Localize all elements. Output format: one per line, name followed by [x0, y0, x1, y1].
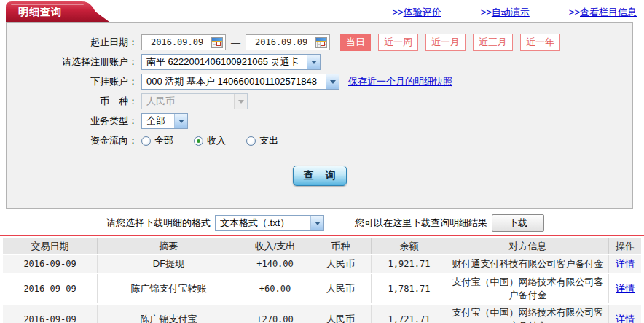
cell-summary: DF提现	[98, 255, 240, 273]
detail-link[interactable]: 详情	[616, 314, 635, 323]
start-date-value: 2016.09.09	[151, 37, 203, 47]
cell-summary: 陈广锦支付宝转账	[98, 274, 240, 303]
flow-radio-all-label: 全部	[154, 134, 173, 147]
radio-icon[interactable]	[246, 136, 256, 146]
red-divider	[0, 235, 644, 236]
query-button[interactable]: 查 询	[293, 166, 347, 186]
cell-currency: 人民币	[310, 305, 372, 323]
page-title: 明细查询	[18, 6, 62, 17]
sub-account-row: 下挂账户： 000 活期 基本户 1406600101102571848 保存近…	[7, 73, 632, 90]
period-button-last-3-months[interactable]: 近三月	[473, 34, 513, 51]
download-format-select[interactable]: 文本格式（.txt）	[215, 215, 324, 231]
table-header-row: 交易日期 摘要 收入/支出 币种 余额 对方信息 操作	[3, 238, 641, 254]
biz-type-select[interactable]: 全部	[141, 113, 188, 129]
biz-type-value: 全部	[142, 114, 170, 128]
header-balance: 余额	[372, 238, 447, 254]
cell-currency: 人民币	[310, 255, 372, 273]
date-range-row: 起止日期： 2016.09.09 — 2016.09.09 当日 近一周 近一月…	[7, 34, 632, 51]
currency-select-disabled: 人民币	[141, 93, 248, 109]
date-separator: —	[231, 37, 240, 48]
query-button-row: 查 询	[7, 166, 632, 186]
cell-balance: 1,921.71	[372, 255, 447, 273]
sub-account-select[interactable]: 000 活期 基本户 1406600101102571848	[141, 74, 339, 90]
header-counterparty: 对方信息	[447, 238, 609, 254]
radio-icon[interactable]	[141, 136, 151, 146]
link-prefix: >>	[392, 7, 403, 17]
sub-account-value: 000 活期 基本户 1406600101102571848	[142, 75, 321, 88]
register-account-label: 请选择注册账户：	[7, 55, 138, 69]
end-date-value: 2016.09.09	[255, 37, 307, 47]
download-row: 请您选择下载明细的格式 文本格式（.txt） 您可以在这里下载查询明细结果 下载	[0, 214, 644, 233]
currency-row: 币 种： 人民币	[7, 93, 632, 110]
start-date-input[interactable]: 2016.09.09	[141, 34, 226, 50]
link-prefix: >>	[481, 7, 492, 17]
flow-radio-income-label: 收入	[207, 134, 226, 147]
header-amount: 收入/支出	[240, 238, 310, 254]
link-prefix: >>	[569, 7, 580, 17]
chevron-down-icon[interactable]	[310, 216, 323, 230]
flow-radio-all[interactable]: 全部	[141, 134, 173, 147]
header-summary: 摘要	[98, 238, 240, 254]
link-view-column-info[interactable]: >>查看栏目信息	[569, 6, 637, 19]
calendar-icon[interactable]	[315, 37, 327, 48]
register-account-select[interactable]: 南平 6222001406100921065 灵通卡	[141, 54, 321, 70]
table-row: 2016-09-09 陈广锦支付宝 +270.00 人民币 1,721.71 支…	[3, 305, 641, 323]
cell-counterparty: 支付宝（中国）网络技术有限公司客户备付金	[447, 274, 609, 303]
cell-amount: +60.00	[240, 274, 310, 303]
table-row: 2016-09-09 DF提现 +140.00 人民币 1,921.71 财付通…	[3, 255, 641, 273]
flow-row: 资金流向： 全部 收入 支出	[7, 132, 632, 149]
period-button-last-month[interactable]: 近一月	[425, 34, 466, 51]
sub-account-label: 下挂账户：	[7, 75, 138, 88]
biz-type-row: 业务类型： 全部	[7, 112, 632, 130]
flow-radio-expense[interactable]: 支出	[246, 134, 278, 147]
biz-type-label: 业务类型：	[7, 114, 138, 128]
table-row: 2016-09-09 陈广锦支付宝转账 +60.00 人民币 1,781.71 …	[3, 274, 641, 303]
top-links: >>体验评价 >>自动演示 >>查看栏目信息	[353, 6, 637, 19]
radio-checked-icon[interactable]	[194, 136, 203, 146]
detail-link[interactable]: 详情	[616, 283, 635, 294]
cell-date: 2016-09-09	[3, 305, 98, 323]
cell-counterparty: 财付通支付科技有限公司客户备付金	[447, 255, 609, 273]
download-button[interactable]: 下载	[492, 214, 544, 232]
cell-date: 2016-09-09	[3, 255, 98, 273]
chevron-down-icon	[234, 94, 247, 109]
flow-radio-income[interactable]: 收入	[194, 134, 226, 147]
currency-label: 币 种：	[7, 95, 138, 108]
header-currency: 币种	[310, 238, 372, 254]
register-account-row: 请选择注册账户： 南平 6222001406100921065 灵通卡	[7, 53, 632, 71]
cell-counterparty: 支付宝（中国）网络技术有限公司客户备付金	[447, 305, 609, 323]
period-button-today[interactable]: 当日	[340, 34, 371, 51]
query-form-panel: 起止日期： 2016.09.09 — 2016.09.09 当日 近一周 近一月…	[6, 22, 633, 209]
download-hint: 您可以在这里下载查询明细结果	[355, 217, 487, 230]
chevron-down-icon[interactable]	[307, 55, 320, 69]
header-action: 操作	[609, 238, 641, 254]
end-date-input[interactable]: 2016.09.09	[246, 34, 330, 50]
transaction-table: 交易日期 摘要 收入/支出 币种 余额 对方信息 操作 2016-09-09 D…	[3, 237, 641, 323]
page-tab: 明细查询	[6, 1, 109, 22]
cell-balance: 1,781.71	[372, 274, 447, 303]
cell-balance: 1,721.71	[372, 305, 447, 323]
date-range-label: 起止日期：	[7, 36, 138, 49]
currency-value: 人民币	[142, 95, 179, 108]
cell-summary: 陈广锦支付宝	[98, 305, 240, 323]
link-experience-review[interactable]: >>体验评价	[392, 6, 441, 19]
register-account-value: 南平 6222001406100921065 灵通卡	[142, 55, 304, 69]
detail-link[interactable]: 详情	[616, 258, 635, 269]
period-button-last-week[interactable]: 近一周	[378, 34, 418, 51]
download-format-value: 文本格式（.txt）	[216, 217, 294, 230]
period-button-last-year[interactable]: 近一年	[520, 34, 560, 51]
cell-currency: 人民币	[310, 274, 372, 303]
cell-amount: +140.00	[240, 255, 310, 273]
cell-date: 2016-09-09	[3, 274, 98, 303]
detail-query-page: 明细查询 >>体验评价 >>自动演示 >>查看栏目信息 起止日期： 2016.0…	[0, 0, 644, 323]
flow-radio-expense-label: 支出	[259, 134, 278, 147]
link-auto-demo[interactable]: >>自动演示	[481, 6, 530, 19]
header-date: 交易日期	[3, 238, 98, 254]
flow-label: 资金流向：	[7, 134, 138, 147]
download-format-label: 请您选择下载明细的格式	[106, 217, 211, 230]
calendar-icon[interactable]	[211, 37, 223, 48]
chevron-down-icon[interactable]	[326, 74, 339, 89]
save-snapshot-link[interactable]: 保存近一个月的明细快照	[348, 75, 452, 88]
cell-amount: +270.00	[240, 305, 310, 323]
chevron-down-icon[interactable]	[174, 114, 187, 128]
